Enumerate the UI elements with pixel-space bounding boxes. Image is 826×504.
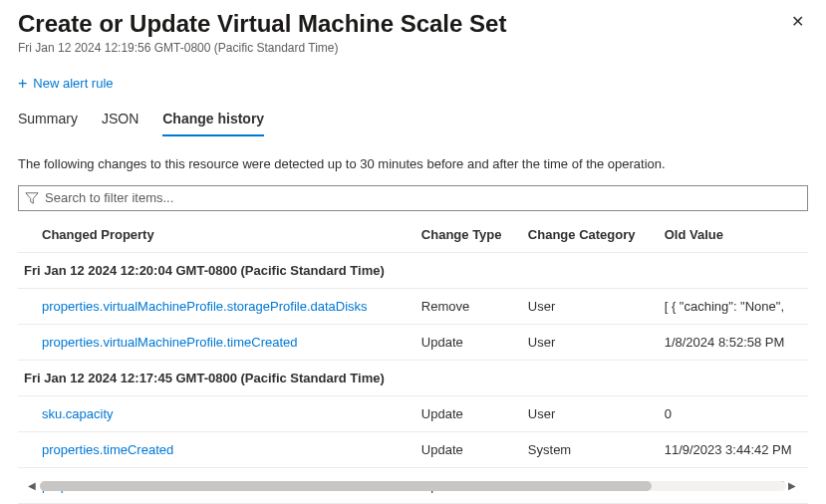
group-header-row: Fri Jan 12 2024 12:17:45 GMT-0800 (Pacif…	[18, 360, 808, 395]
tab-change-history[interactable]: Change history	[162, 111, 264, 136]
old-value-cell: [ { "caching": "None",	[657, 288, 808, 324]
change-type-cell: Update	[413, 324, 520, 360]
tab-bar: Summary JSON Change history	[0, 93, 826, 136]
table-row[interactable]: sku.capacityUpdateUser0	[18, 395, 808, 431]
change-type-cell: Remove	[413, 288, 520, 324]
new-alert-rule-button[interactable]: + New alert rule	[18, 75, 114, 93]
new-alert-rule-label: New alert rule	[33, 76, 113, 91]
change-type-cell: Update	[413, 395, 520, 431]
property-link[interactable]: sku.capacity	[42, 406, 114, 421]
group-timestamp: Fri Jan 12 2024 12:20:04 GMT-0800 (Pacif…	[18, 252, 808, 288]
old-value-cell: 1/8/2024 8:52:58 PM	[657, 324, 808, 360]
scroll-left-arrow-icon[interactable]: ◀	[28, 481, 38, 491]
table-row[interactable]: properties.virtualMachineProfile.storage…	[18, 288, 808, 324]
page-title: Create or Update Virtual Machine Scale S…	[18, 10, 506, 39]
table-row[interactable]: properties.virtualMachineProfile.timeCre…	[18, 324, 808, 360]
change-table-wrapper[interactable]: Changed Property Change Type Change Cate…	[18, 219, 808, 504]
col-changed-property[interactable]: Changed Property	[18, 219, 413, 253]
tab-summary[interactable]: Summary	[18, 111, 78, 136]
change-category-cell: System	[520, 431, 657, 467]
change-type-cell: Update	[413, 431, 520, 467]
description-text: The following changes to this resource w…	[18, 156, 808, 171]
group-timestamp: Fri Jan 12 2024 12:17:45 GMT-0800 (Pacif…	[18, 360, 808, 395]
tab-json[interactable]: JSON	[102, 111, 138, 136]
change-category-cell: User	[520, 288, 657, 324]
scroll-thumb[interactable]	[40, 481, 652, 491]
old-value-cell: 11/9/2023 3:44:42 PM	[657, 431, 808, 467]
col-change-category[interactable]: Change Category	[520, 219, 657, 253]
change-category-cell: User	[520, 324, 657, 360]
col-old-value[interactable]: Old Value	[657, 219, 808, 253]
horizontal-scrollbar[interactable]: ◀ ▶	[28, 480, 798, 492]
plus-icon: +	[18, 75, 27, 93]
col-change-type[interactable]: Change Type	[413, 219, 520, 253]
search-input[interactable]	[39, 190, 801, 205]
scroll-track[interactable]	[40, 481, 786, 491]
close-button[interactable]: ✕	[787, 10, 808, 34]
property-link[interactable]: properties.timeCreated	[42, 442, 173, 457]
close-icon: ✕	[791, 13, 804, 30]
change-table: Changed Property Change Type Change Cate…	[18, 219, 808, 504]
property-link[interactable]: properties.virtualMachineProfile.storage…	[42, 299, 368, 314]
filter-icon	[25, 191, 39, 205]
old-value-cell: 0	[657, 395, 808, 431]
group-header-row: Fri Jan 12 2024 12:20:04 GMT-0800 (Pacif…	[18, 252, 808, 288]
scroll-right-arrow-icon[interactable]: ▶	[788, 481, 798, 491]
table-row[interactable]: properties.timeCreatedUpdateSystem11/9/2…	[18, 431, 808, 467]
property-link[interactable]: properties.virtualMachineProfile.timeCre…	[42, 335, 298, 350]
search-box[interactable]	[18, 185, 808, 211]
change-category-cell: User	[520, 395, 657, 431]
page-subtitle: Fri Jan 12 2024 12:19:56 GMT-0800 (Pacif…	[18, 41, 808, 55]
